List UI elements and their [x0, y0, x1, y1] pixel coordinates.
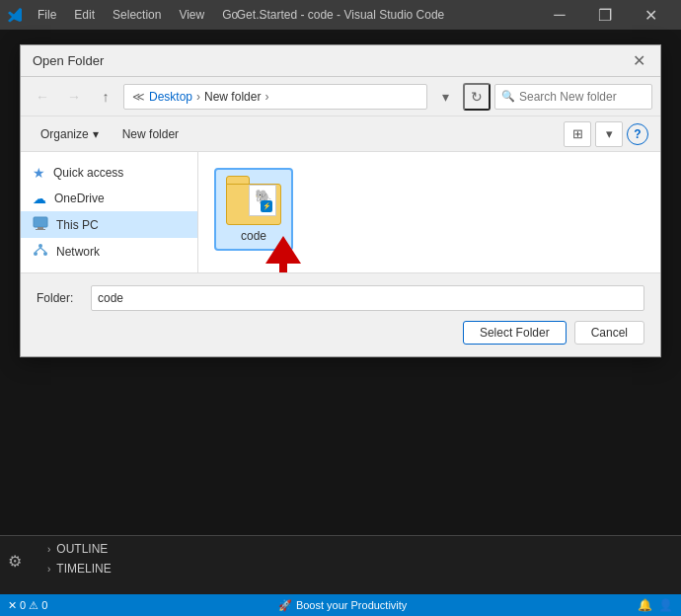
bottom-panels: ⚙ › OUTLINE › TIMELINE: [0, 535, 681, 594]
quick-access-icon: ★: [33, 165, 45, 181]
svg-point-5: [43, 252, 47, 256]
svg-point-4: [34, 252, 38, 256]
menu-edit[interactable]: Edit: [66, 6, 103, 24]
panel-item-outline[interactable]: › OUTLINE: [47, 540, 665, 558]
menu-selection[interactable]: Selection: [105, 6, 169, 24]
status-bar: ✕ 0 ⚠ 0 🚀 Boost your Productivity 🔔 👤: [0, 594, 681, 616]
select-folder-button[interactable]: Select Folder: [463, 321, 567, 345]
panel-timeline-label: TIMELINE: [56, 562, 111, 576]
onedrive-icon: ☁: [33, 191, 46, 206]
search-input[interactable]: [519, 90, 667, 104]
close-button[interactable]: ✕: [628, 0, 673, 30]
svg-rect-1: [38, 227, 43, 229]
breadcrumb-current: New folder: [204, 90, 261, 104]
boost-label: Boost your Productivity: [296, 599, 408, 611]
svg-line-6: [36, 248, 40, 252]
dialog-titlebar: Open Folder ✕: [21, 45, 660, 77]
panel-outline-label: OUTLINE: [56, 542, 108, 556]
network-icon: [33, 243, 48, 260]
main-file-area: 🐘 ⚡ code: [198, 152, 660, 272]
window-controls: ─ ❐ ✕: [537, 0, 673, 30]
organize-button[interactable]: Organize ▾: [33, 124, 107, 144]
toolbar: Organize ▾ New folder ⊞ ▾ ?: [21, 116, 660, 152]
sidebar-label-network: Network: [56, 245, 100, 259]
statusbar-right: 🔔 👤: [638, 598, 673, 612]
dialog-title: Open Folder: [33, 53, 629, 68]
cancel-button[interactable]: Cancel: [574, 321, 644, 345]
boost-productivity[interactable]: 🚀 Boost your Productivity: [278, 599, 408, 612]
folder-name-code: code: [241, 229, 266, 243]
svg-rect-2: [36, 229, 45, 230]
view-dropdown-button[interactable]: ▾: [595, 121, 623, 147]
sidebar-label-quick-access: Quick access: [53, 166, 123, 180]
nav-back-button[interactable]: ←: [29, 83, 56, 111]
toolbar-right: ⊞ ▾ ?: [564, 121, 648, 147]
arrow-head: [265, 236, 301, 264]
navigation-bar: ← → ↑ ≪ Desktop › New folder › ▾ ↻ 🔍: [21, 77, 660, 116]
statusbar-center: 🚀 Boost your Productivity: [47, 599, 638, 612]
svg-line-7: [40, 248, 45, 252]
menu-file[interactable]: File: [30, 6, 64, 24]
statusbar-errors[interactable]: ✕ 0 ⚠ 0: [8, 599, 47, 612]
annotation-arrow: [265, 236, 301, 272]
sidebar-label-this-pc: This PC: [56, 218, 99, 232]
sidebar: ★ Quick access ☁ OneDrive This: [21, 152, 198, 272]
sidebar-label-onedrive: OneDrive: [54, 192, 105, 205]
search-box[interactable]: 🔍: [494, 84, 652, 110]
organize-dropdown-icon: ▾: [93, 127, 99, 141]
warning-icon: ⚠: [29, 599, 38, 612]
dialog-buttons: Select Folder Cancel: [37, 321, 644, 345]
svg-rect-0: [34, 217, 47, 227]
error-count: 0: [20, 599, 26, 611]
folder-paper: 🐘 ⚡: [249, 185, 276, 216]
minimize-button[interactable]: ─: [537, 0, 582, 30]
nav-up-button[interactable]: ↑: [92, 83, 119, 111]
folder-icon: 🐘 ⚡: [226, 176, 281, 225]
organize-label: Organize: [40, 127, 89, 141]
sidebar-item-quick-access[interactable]: ★ Quick access: [21, 160, 197, 186]
statusbar-left: ✕ 0 ⚠ 0: [8, 599, 47, 612]
dialog-overlay: Open Folder ✕ ← → ↑ ≪ Desktop › New fold…: [0, 30, 681, 616]
sidebar-item-onedrive[interactable]: ☁ OneDrive: [21, 186, 197, 211]
breadcrumb-bar: ≪ Desktop › New folder ›: [123, 84, 427, 110]
boost-icon: 🚀: [278, 599, 292, 612]
folder-input-row: Folder:: [37, 285, 644, 311]
arrow-shaft: [279, 262, 287, 272]
content-area: ★ Quick access ☁ OneDrive This: [21, 152, 660, 272]
breadcrumb-desktop[interactable]: Desktop: [149, 90, 192, 104]
dialog-footer: Folder: Select Folder Cancel: [21, 272, 660, 356]
open-folder-dialog: Open Folder ✕ ← → ↑ ≪ Desktop › New fold…: [20, 44, 661, 357]
search-icon: 🔍: [501, 90, 515, 103]
dialog-close-button[interactable]: ✕: [629, 51, 648, 71]
new-folder-button[interactable]: New folder: [114, 124, 187, 144]
outline-toggle-icon: ›: [47, 544, 50, 555]
restore-button[interactable]: ❐: [582, 0, 628, 30]
gear-icon[interactable]: ⚙: [8, 552, 22, 571]
sidebar-item-this-pc[interactable]: This PC: [21, 211, 197, 238]
folder-body: 🐘 ⚡: [226, 184, 281, 225]
vscode-badge-icon: ⚡: [261, 200, 272, 212]
statusbar-bell-icon[interactable]: 🔔: [638, 598, 652, 612]
timeline-toggle-icon: ›: [47, 564, 50, 575]
view-options-button[interactable]: ⊞: [564, 121, 591, 147]
menu-view[interactable]: View: [171, 6, 212, 24]
svg-point-3: [38, 244, 42, 248]
sidebar-item-network[interactable]: Network: [21, 238, 197, 265]
vscode-titlebar: File Edit Selection View Go ... Get Star…: [0, 0, 681, 30]
nav-refresh-button[interactable]: ↻: [463, 83, 491, 111]
nav-forward-button[interactable]: →: [60, 83, 88, 111]
panel-item-timeline[interactable]: › TIMELINE: [47, 560, 665, 578]
vscode-logo-icon: [8, 7, 24, 23]
nav-dropdown-button[interactable]: ▾: [431, 83, 459, 111]
statusbar-person-icon[interactable]: 👤: [658, 598, 673, 612]
window-title: Get Started - code - Visual Studio Code: [237, 8, 445, 22]
folder-input-label: Folder:: [37, 291, 81, 305]
this-pc-icon: [33, 216, 48, 233]
breadcrumb-separator: ≪: [132, 90, 145, 104]
help-button[interactable]: ?: [627, 123, 648, 145]
error-icon: ✕: [8, 599, 17, 612]
folder-input[interactable]: [91, 285, 644, 311]
panel-list: › OUTLINE › TIMELINE: [32, 536, 681, 581]
